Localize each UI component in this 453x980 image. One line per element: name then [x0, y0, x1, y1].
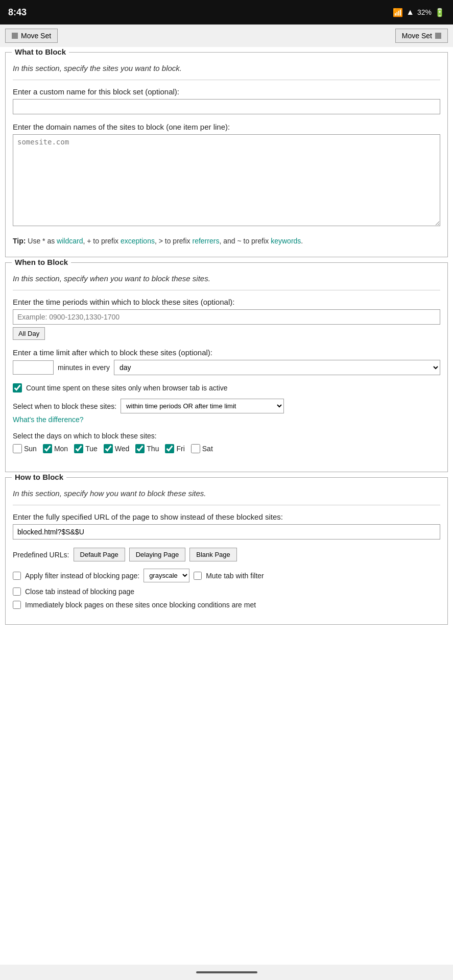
day-sun-label: Sun	[24, 445, 37, 453]
time-limit-row: minutes in every day week month	[13, 360, 440, 375]
day-wed-label: Wed	[115, 445, 130, 453]
move-set-left-label: Move Set	[21, 32, 51, 40]
close-tab-checkbox[interactable]	[13, 587, 21, 596]
day-sat-label: Sat	[202, 445, 213, 453]
day-sun-checkbox[interactable]	[13, 444, 22, 453]
how-to-block-intro: In this section, specify how you want to…	[13, 489, 440, 498]
minutes-label: minutes in every	[58, 363, 110, 372]
day-thu-label: Thu	[147, 445, 159, 453]
how-to-block-legend: How to Block	[12, 473, 66, 481]
section-divider-1	[13, 80, 440, 80]
top-buttons-bar: Move Set Move Set	[0, 24, 453, 47]
count-time-row: Count time spent on these sites only whe…	[13, 383, 440, 393]
bottom-nav-bar	[196, 971, 257, 973]
days-row: Sun Mon Tue Wed Thu Fri	[13, 444, 440, 453]
default-page-button[interactable]: Default Page	[74, 548, 125, 561]
wildcard-link[interactable]: wildcard	[57, 237, 83, 245]
day-mon-label: Mon	[54, 445, 68, 453]
move-set-right-button[interactable]: Move Set	[395, 29, 448, 43]
blank-page-button[interactable]: Blank Page	[189, 548, 237, 561]
day-tue-checkbox[interactable]	[74, 444, 83, 453]
tip-bold: Tip:	[13, 237, 26, 245]
whats-difference-link[interactable]: What's the difference?	[13, 415, 440, 424]
domain-names-group: Enter the domain names of the sites to b…	[13, 122, 440, 228]
mute-tab-checkbox[interactable]	[194, 572, 202, 580]
mute-tab-label: Mute tab with filter	[206, 572, 264, 580]
custom-name-label: Enter a custom name for this block set (…	[13, 87, 440, 96]
bottom-nav	[0, 965, 453, 980]
predefined-label: Predefined URLs:	[13, 551, 69, 559]
apply-filter-row: Apply filter instead of blocking page: g…	[13, 569, 440, 582]
days-label: Select the days on which to block these …	[13, 432, 440, 440]
select-when-row: Select when to block these sites: within…	[13, 399, 440, 413]
custom-name-input[interactable]	[13, 99, 440, 114]
close-tab-row: Close tab instead of blocking page	[13, 587, 440, 596]
day-fri-label: Fri	[176, 445, 184, 453]
move-set-left-icon	[12, 33, 18, 39]
day-thu-checkbox[interactable]	[135, 444, 145, 453]
apply-filter-checkbox[interactable]	[13, 572, 21, 580]
exceptions-link[interactable]: exceptions	[121, 237, 155, 245]
section-divider-3	[13, 505, 440, 505]
time-limit-label: Enter a time limit after which to block …	[13, 348, 440, 357]
day-thu: Thu	[135, 444, 159, 453]
immediately-block-checkbox[interactable]	[13, 601, 21, 609]
immediately-block-row: Immediately block pages on these sites o…	[13, 601, 440, 609]
day-tue-label: Tue	[85, 445, 98, 453]
blank-page-label: Blank Page	[196, 551, 230, 558]
keywords-link[interactable]: keywords	[271, 237, 301, 245]
url-group: Enter the fully specified URL of the pag…	[13, 512, 440, 540]
default-page-label: Default Page	[80, 551, 118, 558]
domain-names-label: Enter the domain names of the sites to b…	[13, 122, 440, 131]
day-wed-checkbox[interactable]	[104, 444, 113, 453]
all-day-button[interactable]: All Day	[13, 327, 45, 340]
wifi-icon: 📶	[393, 8, 403, 17]
delaying-page-button[interactable]: Delaying Page	[129, 548, 186, 561]
status-time: 8:43	[8, 7, 27, 18]
predefined-urls-row: Predefined URLs: Default Page Delaying P…	[13, 548, 440, 561]
custom-name-group: Enter a custom name for this block set (…	[13, 87, 440, 114]
close-tab-label: Close tab instead of blocking page	[25, 587, 134, 596]
delaying-page-label: Delaying Page	[136, 551, 179, 558]
referrers-link[interactable]: referrers	[193, 237, 220, 245]
period-select[interactable]: day week month	[114, 360, 440, 375]
url-label: Enter the fully specified URL of the pag…	[13, 512, 440, 521]
signal-icon: ▲	[406, 8, 414, 17]
day-mon: Mon	[43, 444, 68, 453]
time-limit-input[interactable]	[13, 360, 54, 375]
day-sun: Sun	[13, 444, 37, 453]
section-divider-2	[13, 290, 440, 290]
what-to-block-intro: In this section, specify the sites you w…	[13, 64, 440, 72]
tip-text: Tip: Use * as wildcard, + to prefix exce…	[13, 236, 440, 247]
select-when-group: Select when to block these sites: within…	[13, 399, 440, 424]
filter-type-select[interactable]: grayscale blur sepia	[144, 569, 189, 582]
count-time-checkbox[interactable]	[13, 383, 22, 393]
url-input[interactable]	[13, 524, 440, 540]
time-periods-input[interactable]	[13, 309, 440, 325]
domain-names-textarea[interactable]	[13, 134, 440, 226]
count-time-label: Count time spent on these sites only whe…	[26, 384, 228, 392]
what-to-block-section: What to Block In this section, specify t…	[5, 52, 448, 257]
move-set-left-button[interactable]: Move Set	[5, 29, 58, 43]
day-mon-checkbox[interactable]	[43, 444, 52, 453]
how-to-block-section: How to Block In this section, specify ho…	[5, 477, 448, 625]
day-tue: Tue	[74, 444, 98, 453]
day-fri: Fri	[165, 444, 184, 453]
when-to-block-section: When to Block In this section, specify w…	[5, 262, 448, 472]
day-wed: Wed	[104, 444, 130, 453]
time-limit-group: Enter a time limit after which to block …	[13, 348, 440, 375]
what-to-block-legend: What to Block	[12, 47, 69, 56]
all-day-label: All Day	[18, 330, 39, 337]
select-when-dropdown[interactable]: within time periods OR after time limit …	[121, 399, 284, 413]
time-periods-group: Enter the time periods within which to b…	[13, 298, 440, 340]
day-sat: Sat	[191, 444, 213, 453]
day-fri-checkbox[interactable]	[165, 444, 174, 453]
battery-percent: 32%	[417, 8, 432, 16]
move-set-right-icon	[435, 33, 441, 39]
battery-icon: 🔋	[435, 8, 445, 17]
day-sat-checkbox[interactable]	[191, 444, 200, 453]
immediately-block-label: Immediately block pages on these sites o…	[25, 601, 256, 609]
status-icons: 📶 ▲ 32% 🔋	[393, 8, 445, 17]
apply-filter-label: Apply filter instead of blocking page:	[25, 572, 139, 580]
status-bar: 8:43 📶 ▲ 32% 🔋	[0, 0, 453, 24]
